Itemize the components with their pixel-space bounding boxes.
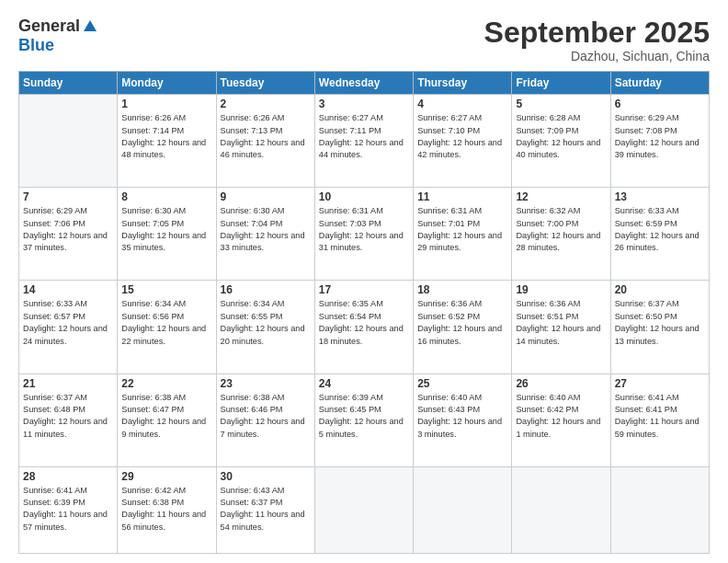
table-row: 16Sunrise: 6:34 AMSunset: 6:55 PMDayligh… [216,281,314,373]
calendar: Sunday Monday Tuesday Wednesday Thursday… [18,71,710,554]
table-row: 29Sunrise: 6:42 AMSunset: 6:38 PMDayligh… [118,466,216,553]
table-row: 30Sunrise: 6:43 AMSunset: 6:37 PMDayligh… [216,466,314,553]
table-row: 20Sunrise: 6:37 AMSunset: 6:50 PMDayligh… [610,281,709,373]
table-row: 17Sunrise: 6:35 AMSunset: 6:54 PMDayligh… [314,281,413,373]
day-number: 23 [221,377,311,390]
day-detail: Sunrise: 6:37 AMSunset: 6:48 PMDaylight:… [23,392,113,441]
header-wednesday: Wednesday [314,72,413,95]
day-detail: Sunrise: 6:43 AMSunset: 6:37 PMDaylight:… [221,485,311,534]
table-row: 6Sunrise: 6:29 AMSunset: 7:08 PMDaylight… [610,95,709,188]
table-row: 3Sunrise: 6:27 AMSunset: 7:11 PMDaylight… [314,95,413,188]
title-block: September 2025 Dazhou, Sichuan, China [484,17,710,63]
table-row: 12Sunrise: 6:32 AMSunset: 7:00 PMDayligh… [512,188,610,281]
day-detail: Sunrise: 6:41 AMSunset: 6:39 PMDaylight:… [23,485,113,534]
table-row [512,466,610,553]
logo-icon [82,18,98,35]
table-row: 13Sunrise: 6:33 AMSunset: 6:59 PMDayligh… [610,188,709,281]
day-number: 12 [516,190,606,203]
table-row: 21Sunrise: 6:37 AMSunset: 6:48 PMDayligh… [19,373,118,466]
day-detail: Sunrise: 6:39 AMSunset: 6:45 PMDaylight:… [319,392,409,441]
table-row: 18Sunrise: 6:36 AMSunset: 6:52 PMDayligh… [414,281,512,373]
day-number: 28 [23,470,113,483]
day-detail: Sunrise: 6:27 AMSunset: 7:10 PMDaylight:… [417,112,507,161]
day-detail: Sunrise: 6:36 AMSunset: 6:52 PMDaylight:… [417,298,507,347]
page: General Blue September 2025 Dazhou, Sich… [0,0,728,563]
day-number: 8 [121,190,211,203]
table-row: 9Sunrise: 6:30 AMSunset: 7:04 PMDaylight… [216,188,314,281]
header-saturday: Saturday [610,72,709,95]
header-friday: Friday [512,72,610,95]
table-row: 7Sunrise: 6:29 AMSunset: 7:06 PMDaylight… [19,188,118,281]
table-row: 2Sunrise: 6:26 AMSunset: 7:13 PMDaylight… [216,95,314,188]
day-number: 4 [417,98,507,110]
day-detail: Sunrise: 6:32 AMSunset: 7:00 PMDaylight:… [516,205,606,254]
day-detail: Sunrise: 6:27 AMSunset: 7:11 PMDaylight:… [319,112,409,161]
logo-blue-text: Blue [18,36,54,55]
logo-general-text: General [18,17,80,36]
day-detail: Sunrise: 6:33 AMSunset: 6:57 PMDaylight:… [23,298,113,347]
table-row: 24Sunrise: 6:39 AMSunset: 6:45 PMDayligh… [314,373,413,466]
header-tuesday: Tuesday [216,72,314,95]
table-row: 5Sunrise: 6:28 AMSunset: 7:09 PMDaylight… [512,95,610,188]
day-number: 13 [615,190,705,203]
day-detail: Sunrise: 6:35 AMSunset: 6:54 PMDaylight:… [319,298,409,347]
day-detail: Sunrise: 6:37 AMSunset: 6:50 PMDaylight:… [615,298,705,347]
day-number: 17 [319,283,409,296]
day-detail: Sunrise: 6:38 AMSunset: 6:46 PMDaylight:… [221,392,311,441]
day-number: 22 [121,377,211,390]
table-row: 10Sunrise: 6:31 AMSunset: 7:03 PMDayligh… [314,188,413,281]
day-number: 10 [319,190,409,203]
day-detail: Sunrise: 6:42 AMSunset: 6:38 PMDaylight:… [121,485,211,534]
day-number: 9 [221,190,311,203]
day-number: 29 [121,470,211,483]
day-number: 19 [516,283,606,296]
day-number: 26 [516,377,606,390]
table-row: 8Sunrise: 6:30 AMSunset: 7:05 PMDaylight… [118,188,216,281]
day-number: 15 [121,283,211,296]
logo: General Blue [18,17,98,55]
table-row: 14Sunrise: 6:33 AMSunset: 6:57 PMDayligh… [19,281,118,373]
table-row: 15Sunrise: 6:34 AMSunset: 6:56 PMDayligh… [118,281,216,373]
table-row: 19Sunrise: 6:36 AMSunset: 6:51 PMDayligh… [512,281,610,373]
table-row: 11Sunrise: 6:31 AMSunset: 7:01 PMDayligh… [414,188,512,281]
day-detail: Sunrise: 6:40 AMSunset: 6:43 PMDaylight:… [417,392,507,441]
day-detail: Sunrise: 6:36 AMSunset: 6:51 PMDaylight:… [516,298,606,347]
day-detail: Sunrise: 6:29 AMSunset: 7:06 PMDaylight:… [23,205,113,254]
day-detail: Sunrise: 6:31 AMSunset: 7:01 PMDaylight:… [417,205,507,254]
table-row: 1Sunrise: 6:26 AMSunset: 7:14 PMDaylight… [118,95,216,188]
day-number: 18 [417,283,507,296]
day-number: 3 [319,98,409,110]
header: General Blue September 2025 Dazhou, Sich… [18,17,710,63]
day-number: 5 [516,98,606,110]
day-number: 25 [417,377,507,390]
table-row: 22Sunrise: 6:38 AMSunset: 6:47 PMDayligh… [118,373,216,466]
subtitle: Dazhou, Sichuan, China [484,49,710,63]
table-row [314,466,413,553]
day-detail: Sunrise: 6:29 AMSunset: 7:08 PMDaylight:… [615,112,705,161]
weekday-header-row: Sunday Monday Tuesday Wednesday Thursday… [19,72,710,95]
day-detail: Sunrise: 6:31 AMSunset: 7:03 PMDaylight:… [319,205,409,254]
table-row: 28Sunrise: 6:41 AMSunset: 6:39 PMDayligh… [19,466,118,553]
table-row: 25Sunrise: 6:40 AMSunset: 6:43 PMDayligh… [414,373,512,466]
day-number: 16 [221,283,311,296]
table-row [610,466,709,553]
day-detail: Sunrise: 6:30 AMSunset: 7:04 PMDaylight:… [221,205,311,254]
table-row: 4Sunrise: 6:27 AMSunset: 7:10 PMDaylight… [414,95,512,188]
day-number: 20 [615,283,705,296]
table-row: 26Sunrise: 6:40 AMSunset: 6:42 PMDayligh… [512,373,610,466]
table-row [19,95,118,188]
day-detail: Sunrise: 6:40 AMSunset: 6:42 PMDaylight:… [516,392,606,441]
header-monday: Monday [118,72,216,95]
day-detail: Sunrise: 6:33 AMSunset: 6:59 PMDaylight:… [615,205,705,254]
day-number: 14 [23,283,113,296]
day-detail: Sunrise: 6:34 AMSunset: 6:55 PMDaylight:… [221,298,311,347]
day-number: 11 [417,190,507,203]
day-detail: Sunrise: 6:41 AMSunset: 6:41 PMDaylight:… [615,392,705,441]
day-number: 21 [23,377,113,390]
day-detail: Sunrise: 6:38 AMSunset: 6:47 PMDaylight:… [121,392,211,441]
table-row: 23Sunrise: 6:38 AMSunset: 6:46 PMDayligh… [216,373,314,466]
table-row [414,466,512,553]
day-number: 6 [615,98,705,110]
header-thursday: Thursday [414,72,512,95]
day-number: 30 [221,470,311,483]
